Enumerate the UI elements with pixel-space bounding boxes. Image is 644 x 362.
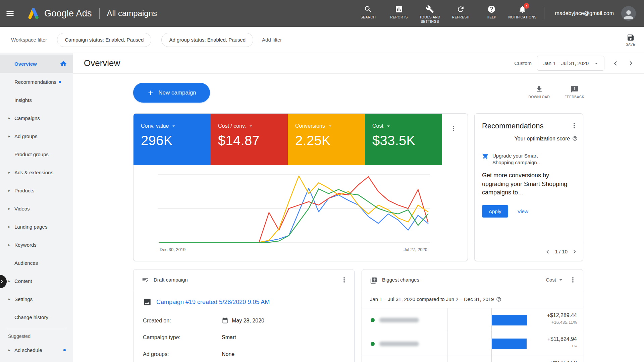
menu-button[interactable]	[0, 0, 20, 27]
chart-menu-button[interactable]	[449, 124, 458, 132]
filter-chips: Campaign status: Enabled, PausedAd group…	[57, 33, 253, 47]
filter-chip[interactable]: Ad group status: Enabled, Paused	[161, 33, 253, 47]
expand-arrow-icon: ▸	[8, 279, 10, 283]
save-button[interactable]: SAVE	[626, 34, 635, 46]
recommendations-title: Recommendations	[482, 122, 543, 130]
recommendation-item-title: Upgrade your Smart Shopping campaign…	[492, 153, 548, 166]
sidebar-item-audiences[interactable]: Audiences	[0, 254, 73, 272]
save-label: SAVE	[626, 43, 635, 46]
sidebar-item-label: Overview	[14, 61, 37, 67]
sidebar-item-ad-schedule[interactable]: ▸Ad schedule	[0, 341, 73, 359]
column-divider	[447, 356, 448, 362]
date-prev-button[interactable]	[611, 59, 620, 68]
reports-icon	[395, 5, 403, 13]
topbar-help-button[interactable]: HELP	[476, 0, 507, 27]
home-icon	[60, 60, 67, 67]
topbar-reports-button[interactable]: REPORTS	[384, 0, 415, 27]
draft-row-value: May 28, 2020	[222, 317, 264, 324]
filter-bar: Workspace filter Campaign status: Enable…	[0, 27, 644, 53]
save-icon	[627, 34, 635, 42]
sidebar-item-label: Ad schedule	[14, 347, 42, 353]
topbar-action-label: SEARCH	[361, 15, 376, 20]
sidebar-item-campaigns[interactable]: ▸Campaigns	[0, 109, 73, 127]
biggest-change-row[interactable]: +$3,854.50	[362, 356, 583, 362]
draft-detail-row: Created on:May 28, 2020	[143, 312, 345, 329]
avatar[interactable]	[621, 6, 636, 21]
metric-label[interactable]: Conv. value	[141, 123, 211, 129]
rec-next-button[interactable]	[571, 248, 578, 255]
change-bar	[492, 315, 527, 325]
download-icon	[535, 85, 543, 94]
chevron-right-icon	[571, 248, 578, 255]
chart-x-axis: Dec 30, 2019 Jul 27, 2020	[160, 247, 427, 252]
google-ads-logo	[25, 7, 40, 20]
draft-menu-button[interactable]	[340, 276, 348, 284]
sidebar-item-recommendations[interactable]: Recommendations	[0, 73, 73, 91]
x-axis-start-label: Dec 30, 2019	[160, 247, 185, 252]
recommendations-menu-button[interactable]	[570, 122, 578, 130]
metric-value: $33.5K	[372, 133, 442, 148]
date-range-picker[interactable]: Jan 1 – Jul 31, 2020	[537, 56, 604, 71]
draft-campaign-link[interactable]: Campaign #19 created 5/28/2020 9:05 AM	[156, 299, 270, 306]
metric-label[interactable]: Cost	[372, 123, 442, 129]
metric-value: 2.25K	[295, 133, 365, 148]
chart-line-conversions	[160, 176, 428, 242]
topbar-action-label: REPORTS	[390, 15, 408, 20]
sidebar-item-label: Insights	[14, 97, 32, 103]
changes-menu-button[interactable]	[569, 276, 577, 284]
metric-label[interactable]: Cost / conv.	[218, 123, 288, 129]
download-button[interactable]: DOWNLOAD	[529, 85, 550, 99]
sidebar-item-landing-pages[interactable]: ▸Landing pages	[0, 218, 73, 236]
new-campaign-button[interactable]: New campaign	[133, 83, 210, 103]
column-divider	[447, 332, 448, 356]
topbar-action-label: HELP	[487, 15, 496, 20]
draft-campaign-card: Draft campaign Campaign #19 created 5/28…	[133, 269, 355, 362]
sidebar-item-keywords[interactable]: ▸Keywords	[0, 236, 73, 254]
metric-label[interactable]: Conversions	[295, 123, 365, 129]
sidebar-item-settings[interactable]: ▸Settings	[0, 290, 73, 308]
apply-button[interactable]: Apply	[482, 205, 508, 218]
account-email: madebyjace@gmail.com	[555, 10, 614, 16]
topbar-divider	[99, 8, 100, 19]
sidebar-item-insights[interactable]: Insights	[0, 91, 73, 109]
date-next-button[interactable]	[627, 59, 635, 68]
filter-chip[interactable]: Campaign status: Enabled, Paused	[57, 33, 151, 47]
view-button[interactable]: View	[518, 208, 528, 214]
metric-conv-value[interactable]: Conv. value296K	[133, 114, 211, 165]
biggest-change-row[interactable]: +$11,824.94+∞	[362, 332, 583, 356]
sidebar-item-ad-groups[interactable]: ▸Ad groups	[0, 127, 73, 145]
sidebar-item-videos[interactable]: ▸Videos	[0, 199, 73, 218]
add-filter-button[interactable]: Add filter	[262, 37, 282, 43]
sidebar-item-content[interactable]: ▸Content	[0, 272, 73, 290]
sidebar: OverviewRecommendationsInsights▸Campaign…	[0, 53, 73, 362]
notifications-icon: !	[518, 5, 527, 13]
smart-shopping-icon	[482, 153, 489, 166]
topbar-notifications-button[interactable]: !NOTIFICATIONS	[507, 0, 538, 27]
sidebar-item-label: Campaigns	[14, 115, 40, 121]
topbar-search-button[interactable]: SEARCH	[353, 0, 384, 27]
sidebar-item-products[interactable]: ▸Products	[0, 181, 73, 199]
topbar-refresh-button[interactable]: REFRESH	[445, 0, 476, 27]
expand-arrow-icon: ▸	[8, 188, 10, 193]
topbar-tools-button[interactable]: TOOLS AND SETTINGS	[415, 0, 445, 27]
expand-arrow-icon: ▸	[8, 348, 10, 352]
topbar-action-label: REFRESH	[452, 15, 470, 20]
sidebar-item-overview[interactable]: Overview	[0, 55, 73, 73]
metric-conversions[interactable]: Conversions2.25K	[288, 114, 365, 165]
sidebar-item-product-groups[interactable]: Product groups	[0, 145, 73, 163]
draft-card-title: Draft campaign	[154, 277, 188, 283]
info-icon[interactable]	[572, 136, 578, 141]
sidebar-item-ads-extensions[interactable]: ▸Ads & extensions	[0, 163, 73, 181]
expand-arrow-icon: ▸	[8, 116, 10, 120]
status-dot	[371, 342, 375, 346]
rec-prev-button[interactable]	[544, 248, 551, 255]
sidebar-item-change-history[interactable]: Change history	[0, 308, 73, 326]
info-icon[interactable]	[496, 297, 501, 302]
metric-cost-conv[interactable]: Cost / conv.$14.87	[211, 114, 288, 165]
biggest-change-row[interactable]: +$12,289.44+16,435.11%	[362, 308, 583, 332]
topbar: Google Ads All campaigns SEARCHREPORTSTO…	[0, 0, 644, 27]
feedback-button[interactable]: FEEDBACK	[565, 85, 584, 99]
changes-metric-select[interactable]: Cost	[546, 277, 564, 283]
topbar-action-label: NOTIFICATIONS	[508, 15, 536, 20]
metric-cost[interactable]: Cost$33.5K	[365, 114, 442, 165]
